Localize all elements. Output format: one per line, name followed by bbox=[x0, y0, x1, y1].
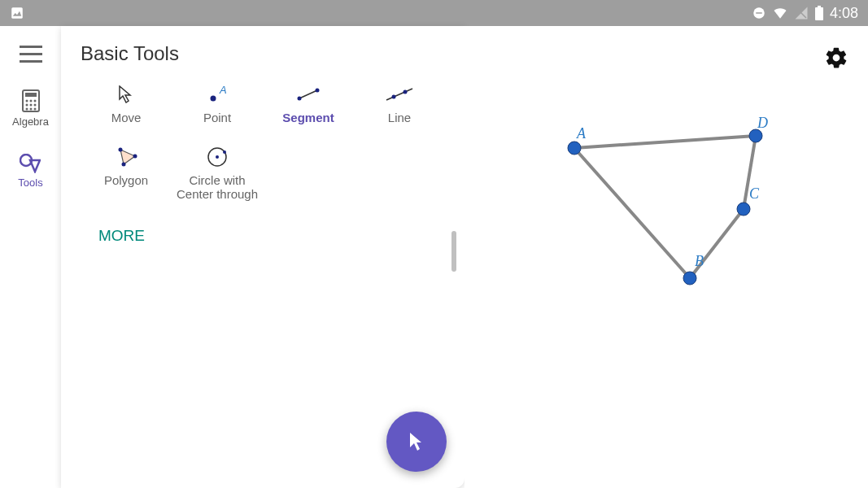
svg-point-34 bbox=[216, 155, 219, 159]
svg-point-16 bbox=[33, 104, 36, 107]
svg-point-17 bbox=[25, 108, 28, 111]
menu-button[interactable] bbox=[20, 46, 42, 63]
tool-line[interactable]: Line bbox=[354, 75, 445, 131]
svg-point-41 bbox=[749, 129, 762, 142]
tool-label: Polygon bbox=[104, 173, 148, 187]
svg-marker-29 bbox=[120, 150, 135, 164]
panel-title: Basic Tools bbox=[81, 42, 445, 65]
cursor-white-icon bbox=[408, 431, 425, 452]
svg-point-13 bbox=[33, 100, 36, 102]
tool-circle[interactable]: Circle with Center through bbox=[172, 137, 263, 207]
tool-point[interactable]: A Point bbox=[172, 75, 263, 131]
svg-point-21 bbox=[211, 96, 216, 102]
tool-label: Point bbox=[203, 111, 231, 124]
svg-point-42 bbox=[737, 203, 750, 216]
point-label-a: A bbox=[576, 125, 587, 142]
status-left bbox=[10, 6, 24, 20]
tool-label: Move bbox=[111, 111, 142, 124]
svg-point-12 bbox=[29, 100, 32, 102]
clock: 4:08 bbox=[830, 5, 858, 22]
more-button[interactable]: MORE bbox=[81, 227, 445, 245]
sidebar-item-label: Tools bbox=[18, 176, 42, 189]
svg-point-32 bbox=[122, 163, 126, 167]
svg-point-11 bbox=[25, 100, 28, 102]
signal-icon bbox=[794, 6, 809, 20]
tool-move[interactable]: Move bbox=[81, 75, 172, 131]
svg-rect-8 bbox=[20, 60, 42, 63]
tool-label: Line bbox=[388, 111, 411, 124]
sidebar-item-algebra[interactable]: Algebra bbox=[12, 89, 49, 128]
svg-text:A: A bbox=[219, 85, 227, 96]
dnd-icon bbox=[752, 6, 766, 20]
svg-rect-7 bbox=[20, 53, 42, 55]
point-label-b: B bbox=[695, 253, 704, 269]
battery-icon bbox=[815, 6, 823, 20]
cursor-icon bbox=[119, 85, 133, 103]
wifi-icon bbox=[773, 6, 787, 20]
svg-rect-6 bbox=[20, 46, 42, 48]
svg-rect-2 bbox=[756, 12, 762, 14]
svg-rect-4 bbox=[815, 7, 823, 20]
circle-icon bbox=[206, 146, 229, 168]
svg-rect-0 bbox=[11, 7, 23, 19]
segment-icon bbox=[296, 87, 321, 102]
svg-line-39 bbox=[574, 148, 690, 278]
svg-line-36 bbox=[574, 136, 756, 148]
svg-point-14 bbox=[25, 104, 28, 107]
status-bar: 4:08 bbox=[0, 0, 868, 26]
sidebar-item-tools[interactable]: Tools bbox=[18, 154, 42, 189]
svg-point-27 bbox=[392, 95, 396, 99]
svg-point-15 bbox=[29, 104, 32, 107]
tools-icon bbox=[20, 154, 41, 173]
svg-point-25 bbox=[316, 89, 320, 93]
graph-svg: A D C B bbox=[465, 26, 868, 488]
svg-point-19 bbox=[33, 108, 36, 111]
svg-point-18 bbox=[29, 108, 32, 111]
status-right: 4:08 bbox=[752, 5, 858, 22]
sidebar: Algebra Tools bbox=[0, 26, 61, 488]
point-label-d: D bbox=[757, 115, 768, 131]
svg-line-26 bbox=[386, 89, 412, 100]
svg-point-35 bbox=[223, 150, 226, 154]
scrollbar[interactable] bbox=[451, 231, 456, 272]
svg-rect-10 bbox=[25, 93, 37, 97]
image-icon bbox=[10, 6, 24, 20]
svg-point-31 bbox=[133, 155, 137, 159]
calculator-icon bbox=[22, 89, 40, 112]
svg-line-23 bbox=[299, 90, 317, 98]
fab-button[interactable] bbox=[386, 412, 447, 472]
tool-label: Circle with Center through bbox=[175, 173, 260, 201]
polygon-icon bbox=[114, 146, 138, 168]
svg-point-28 bbox=[403, 90, 408, 94]
svg-point-40 bbox=[568, 142, 581, 155]
tools-grid: Move A Point Segment Line Polygon Circle… bbox=[81, 75, 445, 207]
svg-point-24 bbox=[298, 97, 302, 101]
svg-point-43 bbox=[683, 272, 696, 285]
tools-panel: Basic Tools Move A Point Segment Line Po… bbox=[61, 26, 465, 488]
svg-point-30 bbox=[119, 148, 123, 152]
hamburger-icon bbox=[20, 46, 42, 63]
svg-rect-5 bbox=[818, 6, 821, 7]
tool-polygon[interactable]: Polygon bbox=[81, 137, 172, 207]
sidebar-item-label: Algebra bbox=[12, 115, 49, 128]
point-icon: A bbox=[205, 85, 229, 103]
tool-label: Segment bbox=[282, 111, 334, 124]
canvas-area[interactable]: A D C B bbox=[465, 26, 868, 488]
line-icon bbox=[386, 87, 413, 102]
point-label-c: C bbox=[749, 185, 760, 202]
tool-segment[interactable]: Segment bbox=[263, 75, 354, 131]
